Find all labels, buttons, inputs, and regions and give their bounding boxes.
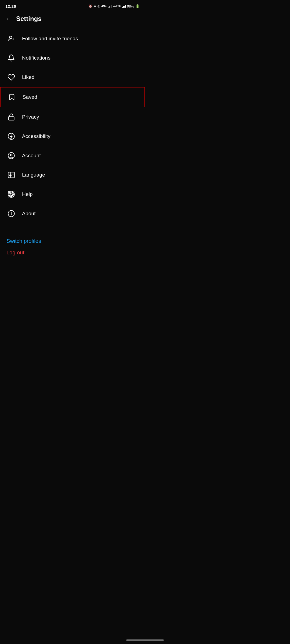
add-person-icon: [6, 34, 16, 43]
signal-bars-2: [122, 5, 126, 8]
settings-item-saved[interactable]: Saved: [0, 87, 145, 107]
battery-level: 98%: [127, 4, 134, 8]
lock-icon: [6, 112, 16, 122]
accessibility-label: Accessibility: [22, 133, 50, 139]
svg-rect-3: [9, 117, 14, 120]
settings-item-liked[interactable]: Liked: [0, 68, 145, 87]
about-label: About: [22, 211, 36, 217]
alarm-icon: ⏰: [89, 5, 92, 8]
heart-icon: [6, 72, 16, 82]
notifications-label: Notifications: [22, 55, 50, 61]
accessibility-icon: [6, 131, 16, 141]
bluetooth-icon: ✱: [94, 5, 96, 8]
settings-item-accessibility[interactable]: Accessibility: [0, 127, 145, 146]
volte-icon: VoLTE: [113, 5, 121, 8]
settings-item-follow[interactable]: Follow and invite friends: [0, 29, 145, 48]
liked-label: Liked: [22, 74, 34, 80]
bell-icon: [6, 53, 16, 63]
bookmark-icon: [7, 92, 17, 102]
svg-point-11: [10, 154, 12, 156]
language-icon: [6, 170, 16, 180]
settings-list: Follow and invite friends Notifications …: [0, 26, 145, 226]
status-right-icons: ⏰ ✱ ◎ 4G+ VoLTE 98% 🔋: [89, 4, 140, 8]
status-time: 12:26: [5, 4, 16, 9]
settings-item-account[interactable]: Account: [0, 146, 145, 165]
svg-point-5: [11, 135, 12, 136]
help-icon: [6, 189, 16, 199]
follow-label: Follow and invite friends: [22, 36, 78, 42]
settings-item-notifications[interactable]: Notifications: [0, 48, 145, 68]
page-header: ← Settings: [0, 11, 145, 26]
page-title: Settings: [16, 15, 42, 23]
network-icon: 4G+: [102, 5, 107, 8]
switch-profiles-button[interactable]: Switch profiles: [6, 238, 139, 244]
saved-label: Saved: [23, 94, 37, 100]
account-icon: [6, 151, 16, 160]
privacy-label: Privacy: [22, 114, 39, 120]
back-button[interactable]: ←: [5, 16, 11, 22]
footer-divider: [0, 228, 145, 228]
svg-point-19: [10, 193, 12, 195]
settings-item-about[interactable]: About: [0, 204, 145, 223]
footer-actions: Switch profiles Log out: [0, 230, 145, 263]
settings-item-language[interactable]: Language: [0, 165, 145, 185]
wifi-icon: ◎: [97, 5, 100, 8]
signal-bars: [108, 5, 111, 8]
battery-icon: 🔋: [135, 4, 140, 8]
info-icon: [6, 209, 16, 218]
svg-point-10: [8, 152, 14, 159]
svg-point-0: [9, 36, 12, 39]
svg-rect-12: [8, 172, 14, 178]
status-bar: 12:26 ⏰ ✱ ◎ 4G+ VoLTE 98% 🔋: [0, 0, 145, 11]
help-label: Help: [22, 191, 33, 197]
language-label: Language: [22, 172, 45, 178]
log-out-button[interactable]: Log out: [6, 250, 139, 256]
svg-line-9: [11, 138, 12, 139]
settings-item-help[interactable]: Help: [0, 185, 145, 204]
settings-item-privacy[interactable]: Privacy: [0, 107, 145, 127]
account-label: Account: [22, 153, 41, 159]
